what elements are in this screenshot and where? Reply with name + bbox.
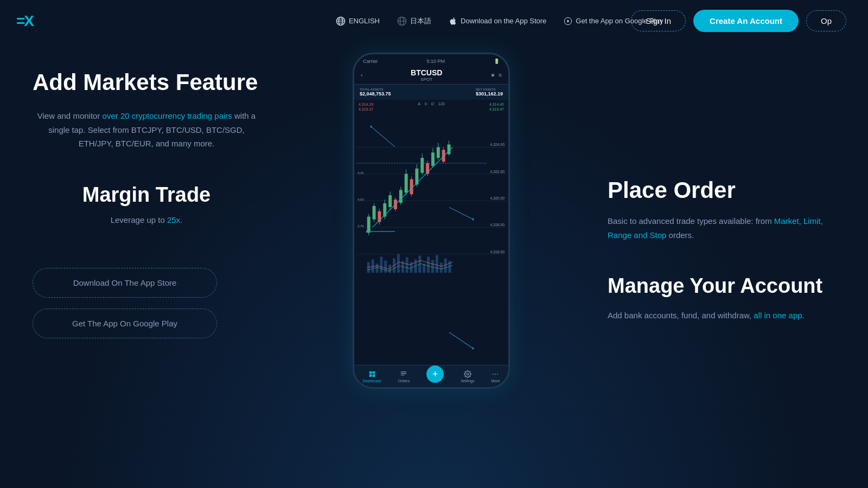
svg-rect-69 [380,257,382,273]
add-markets-desc: View and monitor over 20 cryptocurrency … [33,109,260,151]
phone-frame: Carrier 5:10 PM 🔋 ‹ BTCUSD SPOT ★ ≡ [353,53,510,389]
svg-rect-87 [372,371,375,374]
phone-screen: Carrier 5:10 PM 🔋 ‹ BTCUSD SPOT ★ ≡ [354,54,508,387]
nav-japanese[interactable]: 日本語 [397,16,431,26]
ob-header-123: 123 [438,102,445,106]
add-markets-highlight: over 20 cryptocurrency trading pairs [103,111,232,120]
svg-rect-91 [401,373,407,374]
svg-rect-90 [401,371,407,372]
battery-icon: 🔋 [494,59,500,64]
center-column: Carrier 5:10 PM 🔋 ‹ BTCUSD SPOT ★ ≡ [260,58,608,389]
svg-rect-70 [384,260,387,273]
svg-text:4,318.00: 4,318.00 [490,223,505,227]
svg-point-96 [497,374,499,375]
apple-icon [449,17,457,25]
svg-rect-89 [372,374,375,377]
phone-nav-more: More [492,370,500,383]
left-column: Add Markets Feature View and monitor ove… [33,58,260,338]
net-assets: NET ASSETS $301,162.19 [476,88,503,97]
download-appstore-button[interactable]: Download On The App Store [33,268,217,298]
google-play-icon [564,17,572,25]
trading-pair: BTCUSD [362,68,490,77]
svg-rect-75 [406,257,409,273]
phone-nav-settings: Settings [461,370,474,383]
svg-rect-92 [401,375,405,375]
manage-account-end: . [802,311,805,320]
header: =X ENGLISH 日本語 Download on the [0,0,868,42]
ob-val2: 4,319.27 [359,107,416,112]
globe-icon [336,16,346,26]
phone-mockup: Carrier 5:10 PM 🔋 ‹ BTCUSD SPOT ★ ≡ [353,53,515,389]
nav-appstore[interactable]: Download on the App Store [449,17,546,25]
total-assets: TOTAL ASSETS $2,048,753.75 [360,88,391,97]
googleplay-nav-label: Get the App on Google Play [576,17,663,25]
margin-trade-end: . [180,215,182,224]
english-label: ENGLISH [349,17,380,25]
ob-val4: 4,319.47 [447,107,504,112]
settings-label: Settings [461,379,474,383]
place-order-desc: Basic to advanced trade types available:… [608,214,835,242]
nav-center: ENGLISH 日本語 Download on the App Store Ge… [336,16,663,26]
margin-trade-title: Margin Trade [33,183,260,207]
manage-account-title: Manage Your Account [608,274,835,298]
appstore-nav-label: Download on the App Store [461,17,546,25]
ob-val3: 4,314.40 [447,102,504,107]
svg-text:4,316.00: 4,316.00 [490,250,505,254]
phone-orderbook-header: 4,314.29 4,319.27 A 0 D 123 4,314.40 4,3… [354,100,508,114]
svg-rect-67 [372,259,374,273]
svg-text:4,00: 4,00 [358,198,364,201]
phone-assets-row: TOTAL ASSETS $2,048,753.75 NET ASSETS $3… [354,85,508,100]
phone-pair-header: ‹ BTCUSD SPOT ★ ≡ [354,66,508,85]
place-order-plain1: Basic to advanced trade types available:… [608,216,774,226]
create-account-button[interactable]: Create An Account [693,10,799,32]
main-content: Add Markets Feature View and monitor ove… [0,42,868,486]
place-order-title: Place Order [608,177,835,203]
ob-header-0: 0 [425,102,427,106]
star-icon: ★ [490,72,495,78]
phone-nav-orders: Orders [398,370,410,383]
ob-header-D: D [431,102,434,106]
place-order-plain2: orders. [666,230,694,240]
nav-english[interactable]: ENGLISH [336,16,380,26]
svg-marker-9 [567,20,570,22]
phone-nav-trade[interactable]: + [426,370,444,383]
chart-svg: 4,324.00 4,322.00 4,320.00 4,318.00 4,31… [356,114,506,287]
nav-googleplay[interactable]: Get the App on Google Play [564,17,663,25]
trade-fab[interactable]: + [426,365,444,383]
more-label: More [492,379,500,383]
logo: =X [16,12,33,30]
net-assets-value: $301,162.19 [476,91,503,97]
add-markets-title: Add Markets Feature [33,69,260,96]
dashboard-icon [368,370,376,378]
total-assets-value: $2,048,753.75 [360,91,391,97]
svg-rect-82 [436,255,438,273]
svg-rect-86 [369,371,372,374]
margin-trade-highlight: 25x [167,215,180,224]
svg-text:3,75: 3,75 [358,224,364,228]
settings-icon [464,370,471,378]
open-button[interactable]: Op [806,10,846,31]
time-label: 5:10 PM [426,59,445,64]
manage-account-highlight: all in one app [754,311,802,320]
manage-account-plain: Add bank accounts, fund, and withdraw, [608,311,754,320]
svg-rect-88 [369,374,372,377]
add-markets-desc-plain1: View and monitor [37,111,103,120]
manage-account-desc: Add bank accounts, fund, and withdraw, a… [608,309,835,323]
svg-rect-81 [431,260,434,273]
svg-point-95 [495,374,496,375]
orderbook-left: 4,314.29 4,319.27 [359,102,416,112]
orderbook-right: 4,314.40 4,319.47 [447,102,504,112]
more-icon [492,370,499,378]
pair-type: SPOT [362,77,490,82]
svg-point-94 [493,374,494,375]
download-googleplay-button[interactable]: Get The App On Google Play [33,309,217,338]
phone-chart: 4,324.00 4,322.00 4,320.00 4,318.00 4,31… [354,114,508,287]
svg-text:4,324.00: 4,324.00 [490,143,505,146]
phone-nav-dashboard: Dashboard [363,370,381,383]
carrier-label: Carrier [363,59,378,64]
orders-label: Orders [398,379,410,383]
svg-rect-80 [427,257,430,273]
ob-val1: 4,314.29 [359,102,416,107]
svg-rect-68 [375,264,378,273]
ob-header-A: A [418,102,420,106]
